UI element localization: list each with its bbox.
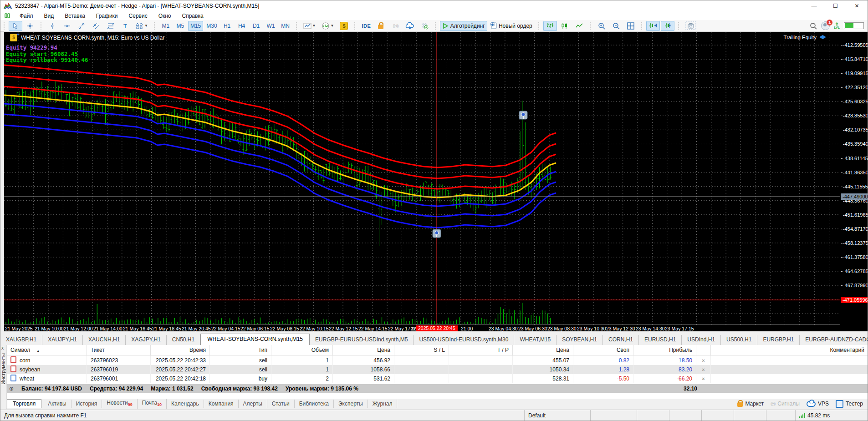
chart-canvas[interactable] — [4, 32, 840, 325]
toolbox-tab-журнал[interactable]: Журнал — [368, 400, 398, 408]
column-header-Цена[interactable]: Цена — [333, 345, 394, 355]
toolbox-tab-компания[interactable]: Компания — [204, 400, 239, 408]
column-header-close[interactable] — [696, 345, 711, 355]
metaeditor-button[interactable]: IDE — [359, 21, 373, 31]
timeframe-m1[interactable]: M1 — [159, 21, 173, 31]
fibonacci-tool-button[interactable] — [104, 21, 117, 31]
line-style-button[interactable]: ▼ — [301, 21, 318, 31]
chart-tab-xaucnh-h1[interactable]: XAUCNH,H1 — [83, 335, 126, 345]
search-icon[interactable] — [810, 22, 817, 30]
toolbox-tab-календарь[interactable]: Календарь — [167, 400, 204, 408]
service-button-bag[interactable]: Маркет — [737, 401, 764, 407]
shapes-tool-button[interactable]: ▼ — [133, 21, 150, 31]
chart-bars-button[interactable] — [543, 21, 557, 31]
toolbox-tab-библиотека[interactable]: Библиотека — [295, 400, 334, 408]
vertical-line-tool-button[interactable] — [46, 21, 59, 31]
toolbox-tab-новости[interactable]: Новости99 — [102, 399, 137, 409]
indicators-button[interactable]: ▼ — [319, 21, 337, 31]
timeframe-m30[interactable]: M30 — [204, 21, 219, 31]
timeframe-mn[interactable]: MN — [279, 21, 292, 31]
toolbox-tab-эксперты[interactable]: Эксперты — [334, 400, 368, 408]
status-profile-cell[interactable]: Default — [524, 410, 590, 421]
chart-candles-button[interactable] — [558, 21, 572, 31]
cursor-tool-button[interactable] — [9, 21, 22, 31]
column-header-Своп[interactable]: Своп — [573, 345, 633, 355]
text-tool-button[interactable]: T — [118, 21, 132, 31]
menu-charts[interactable]: Графики — [91, 13, 123, 19]
zoom-in-button[interactable] — [595, 21, 608, 31]
column-header-T / P[interactable]: T / P — [449, 345, 513, 355]
chart-tab-eurgbp-eurusd-usdind-synth-m5[interactable]: EURGBP-EURUSD-USDInd.synth,M5 — [310, 335, 414, 345]
toolbox-tab-история[interactable]: История — [71, 400, 102, 408]
signals-button[interactable]: ((o)) — [388, 21, 402, 31]
chart-tab-us500-usdind-eurusd-synth-m30[interactable]: US500-USDInd-EURUSD.synth,M30 — [414, 335, 514, 345]
chart-tab-xagjpy-h1[interactable]: XAGJPY,H1 — [126, 335, 166, 345]
column-header-S / L[interactable]: S / L — [394, 345, 449, 355]
chart-tab-eurgbp-audnzd-cadchf-synth-h1[interactable]: EURGBP-AUDNZD-CADCHF.synth,H1 — [800, 335, 868, 345]
chart-line-button[interactable] — [572, 21, 586, 31]
column-header-Тикет[interactable]: Тикет — [87, 345, 151, 355]
menu-window[interactable]: Окно — [153, 13, 177, 19]
expand-summary-icon[interactable]: ⊕ — [9, 385, 14, 392]
account-avatar[interactable]: 1 — [821, 21, 830, 30]
column-header-Цена[interactable]: Цена — [513, 345, 573, 355]
status-latency-cell[interactable]: 45.82 ms — [795, 410, 845, 421]
timeframe-h1[interactable]: H1 — [220, 21, 234, 31]
zoom-out-button[interactable] — [609, 21, 623, 31]
toolbox-tab-алерты[interactable]: Алерты — [239, 400, 267, 408]
chart-tab-soybean-h1[interactable]: SOYBEAN,H1 — [557, 335, 603, 345]
toolbox-close-icon[interactable]: x — [1, 345, 4, 350]
auto-scroll-button[interactable] — [661, 21, 674, 31]
column-header-Комментарий[interactable]: Комментарий — [711, 345, 868, 355]
toolbox-tab-торговля[interactable]: Торговля — [7, 399, 41, 408]
chart-tab-us500-h1[interactable]: US500,H1 — [721, 335, 757, 345]
close-position-button[interactable]: × — [696, 365, 711, 374]
chart-tab-cn50-h1[interactable]: CN50,H1 — [167, 335, 200, 345]
algo-trading-button[interactable]: Алготрейдинг — [440, 21, 487, 31]
service-button-signal[interactable]: ((•))Сигналы — [771, 401, 800, 407]
vps-cloud-button[interactable] — [403, 21, 417, 31]
toolbox-tab-активы[interactable]: Активы — [43, 400, 71, 408]
close-position-button[interactable]: × — [696, 356, 711, 365]
chart-tab-eurusd-h1[interactable]: EURUSD,H1 — [639, 335, 682, 345]
toolbox-tab-статьи[interactable]: Статьи — [267, 400, 295, 408]
position-row-corn[interactable]: corn2637960232025.05.22 20:42:33sell1456… — [7, 356, 868, 365]
currency-button[interactable]: $ — [337, 21, 351, 31]
column-header-Тип[interactable]: Тип — [210, 345, 271, 355]
chart-pin-icon[interactable] — [519, 111, 527, 119]
channel-tool-button[interactable] — [89, 21, 103, 31]
maximize-button[interactable]: ☐ — [825, 0, 846, 11]
service-button-chip[interactable]: Тестер — [836, 400, 863, 408]
timeframe-m5[interactable]: M5 — [174, 21, 187, 31]
time-axis[interactable]: 21 May 202521 May 10:0021 May 12:0021 Ma… — [4, 325, 840, 331]
timeframe-w1[interactable]: W1 — [264, 21, 278, 31]
chart-tab-eurgbp-h1[interactable]: EURGBP,H1 — [757, 335, 800, 345]
column-header-Время[interactable]: Время — [151, 345, 210, 355]
service-button-cloud[interactable]: VPS — [807, 401, 829, 407]
chart-tab-xaujpy-h1[interactable]: XAUJPY,H1 — [42, 335, 83, 345]
lvl-indicator-icon[interactable]: ⇧LVL — [834, 22, 840, 29]
broadcast-button[interactable] — [418, 21, 431, 31]
minimize-button[interactable]: — — [803, 0, 825, 11]
timeframe-h4[interactable]: H4 — [235, 21, 249, 31]
chart-tab-wheat-soybeans-corn-synth-m15[interactable]: WHEAT-SOYBEANS-CORN.synth,M15 — [200, 334, 310, 345]
trendline-tool-button[interactable] — [75, 21, 88, 31]
position-row-wheat[interactable]: wheat2637960012025.05.22 20:42:18buy2531… — [7, 374, 868, 383]
horizontal-line-tool-button[interactable] — [60, 21, 74, 31]
menu-insert[interactable]: Вставка — [59, 13, 91, 19]
market-button[interactable] — [374, 21, 388, 31]
column-header-Прибыль[interactable]: Прибыль — [633, 345, 696, 355]
menu-view[interactable]: Вид — [39, 13, 60, 19]
new-order-button[interactable]: Новый ордер — [488, 21, 535, 31]
timeframe-d1[interactable]: D1 — [250, 21, 263, 31]
close-button[interactable]: ✕ — [846, 0, 868, 11]
chart-tab-usdind-h1[interactable]: USDInd,H1 — [682, 335, 721, 345]
tile-windows-button[interactable] — [624, 21, 638, 31]
position-row-soybean[interactable]: soybean2637960192025.05.22 20:42:27sell1… — [7, 365, 868, 374]
column-header-Символ[interactable]: Символ▲ — [7, 345, 87, 355]
chart-shift-button[interactable] — [646, 21, 660, 31]
chart-pin-icon[interactable] — [433, 229, 441, 238]
menu-file[interactable]: Файл — [14, 13, 39, 19]
menu-help[interactable]: Справка — [177, 13, 209, 19]
timeframe-m15[interactable]: M15 — [188, 21, 203, 31]
